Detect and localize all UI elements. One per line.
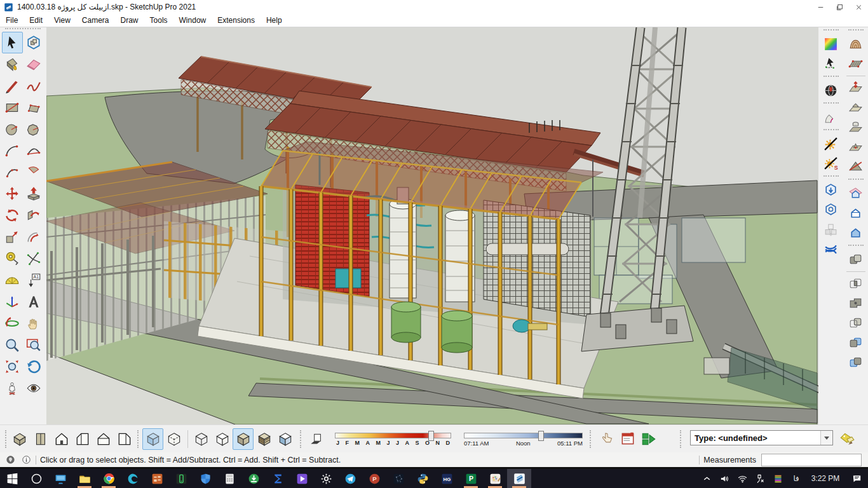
shadow-time-handle[interactable]	[538, 431, 544, 441]
arc-button[interactable]	[2, 140, 23, 161]
menu-extensions[interactable]: Extensions	[212, 15, 261, 26]
three-point-arc-button[interactable]	[2, 161, 23, 183]
taskbar-phone-icon[interactable]	[169, 469, 193, 488]
menu-file[interactable]: File	[0, 15, 24, 26]
eraser-button[interactable]	[24, 53, 44, 75]
shadows-toggle-button[interactable]	[821, 134, 841, 154]
section-fill-button[interactable]	[846, 223, 866, 243]
make-component-button[interactable]	[24, 32, 44, 53]
solid-split-button[interactable]	[846, 353, 866, 372]
two-point-arc-button[interactable]	[24, 140, 44, 161]
taskbar-sketchup-icon[interactable]	[507, 469, 531, 488]
taskbar-explorer-icon[interactable]	[72, 469, 97, 488]
menu-draw[interactable]: Draw	[115, 15, 144, 26]
taskbar-start-icon[interactable]	[0, 469, 24, 488]
taskbar-telegram-icon[interactable]	[338, 469, 362, 488]
pan-button[interactable]	[24, 313, 44, 334]
axes-button[interactable]	[2, 291, 23, 313]
menu-camera[interactable]: Camera	[76, 15, 115, 26]
solid-trim-button[interactable]	[846, 333, 866, 353]
view-top-button[interactable]	[30, 428, 51, 450]
shadow-time-slider[interactable]: 07:11 AM Noon 05:11 PM	[464, 431, 583, 450]
restore-button[interactable]	[830, 0, 849, 14]
style-xray-button[interactable]	[142, 428, 163, 450]
taskbar-monitor-icon[interactable]	[48, 469, 72, 488]
select-button[interactable]	[2, 32, 23, 53]
solid-intersect-button[interactable]	[846, 274, 866, 294]
rotated-rectangle-button[interactable]	[24, 97, 44, 118]
shadow-toggle-cube-button[interactable]	[306, 428, 327, 450]
sandbox-contours-button[interactable]	[846, 34, 866, 54]
look-around-button[interactable]	[24, 377, 44, 399]
flip-edge-button[interactable]	[846, 157, 866, 177]
measurements-input[interactable]	[761, 454, 862, 466]
tray-color-grid-icon[interactable]	[769, 469, 787, 488]
view-back-button[interactable]	[93, 428, 114, 450]
view-front-button[interactable]	[51, 428, 72, 450]
shadow-date-slider[interactable]: JFMAMJJASOND	[335, 431, 451, 450]
freehand-button[interactable]	[24, 75, 44, 97]
zoom-button[interactable]	[2, 334, 23, 356]
offset-button[interactable]	[24, 226, 44, 248]
taskbar-python-icon[interactable]	[410, 469, 435, 488]
zoom-window-button[interactable]	[24, 334, 44, 356]
style-monochrome-button[interactable]	[275, 428, 295, 450]
tray-wifi-icon[interactable]	[733, 469, 751, 488]
taskbar-edge-icon[interactable]	[121, 469, 145, 488]
shadow-time-bar[interactable]	[464, 433, 583, 438]
section-display-button[interactable]	[846, 203, 866, 223]
rectangle-button[interactable]	[2, 97, 23, 118]
shadows-s-toggle-button[interactable]: S	[821, 154, 841, 173]
move-button[interactable]	[2, 183, 23, 205]
tray-volume-icon[interactable]	[715, 469, 733, 488]
style-back-edges-button[interactable]	[163, 428, 184, 450]
rotate-button[interactable]	[2, 205, 23, 226]
taskbar-settings-icon[interactable]	[314, 469, 338, 488]
smoove-button[interactable]	[846, 78, 866, 98]
credits-icon[interactable]	[21, 454, 32, 465]
view-right-button[interactable]	[72, 428, 93, 450]
taskbar-chrome-icon[interactable]	[97, 469, 121, 488]
text-button[interactable]: A1	[24, 269, 44, 291]
taskbar-sigma-icon[interactable]	[266, 469, 290, 488]
component-options-button[interactable]	[617, 428, 638, 450]
zoom-extents-button[interactable]	[2, 356, 23, 377]
add-detail-button[interactable]	[846, 137, 866, 157]
orbit-button[interactable]	[2, 313, 23, 334]
paint-bucket-button[interactable]	[2, 53, 23, 75]
shadow-date-handle[interactable]	[428, 431, 434, 441]
previous-view-button[interactable]	[24, 356, 44, 377]
view-left-button[interactable]	[114, 428, 135, 450]
roundcorner-button[interactable]	[821, 107, 841, 127]
interact-button[interactable]	[596, 428, 617, 450]
menu-view[interactable]: View	[48, 15, 76, 26]
push-pull-button[interactable]	[24, 183, 44, 205]
soften-edges-button[interactable]	[821, 240, 841, 259]
taskbar-defender-icon[interactable]	[193, 469, 217, 488]
classifier-type-dropdown[interactable]: Type: <undefined>	[690, 430, 833, 445]
menu-window[interactable]: Window	[173, 15, 212, 26]
menu-edit[interactable]: Edit	[24, 15, 48, 26]
viewport-3d-model[interactable]	[46, 27, 818, 424]
taskbar-hg-icon[interactable]: HG	[435, 469, 459, 488]
taskbar-calculator-icon[interactable]	[217, 469, 241, 488]
solid-shell-button[interactable]	[846, 250, 866, 269]
language-indicator[interactable]: فا	[787, 474, 806, 483]
cubes-up-button[interactable]	[821, 220, 841, 240]
3d-text-button[interactable]	[24, 291, 44, 313]
location-button[interactable]	[821, 81, 841, 100]
taskbar-player-icon[interactable]	[290, 469, 314, 488]
taskbar-stars-icon[interactable]	[386, 469, 410, 488]
notification-center-icon[interactable]	[845, 469, 868, 488]
close-button[interactable]	[849, 0, 868, 14]
menu-tools[interactable]: Tools	[144, 15, 173, 26]
select-path-button[interactable]	[821, 54, 841, 74]
protractor-button[interactable]	[2, 269, 23, 291]
taskbar-idm-icon[interactable]	[241, 469, 266, 488]
component-down-button[interactable]	[821, 180, 841, 200]
polygon-button[interactable]	[24, 118, 44, 140]
materials-button[interactable]	[821, 34, 841, 54]
solid-subtract-button[interactable]	[846, 313, 866, 333]
chevron-down-icon[interactable]	[820, 431, 832, 445]
tape-measure-button[interactable]	[2, 248, 23, 269]
